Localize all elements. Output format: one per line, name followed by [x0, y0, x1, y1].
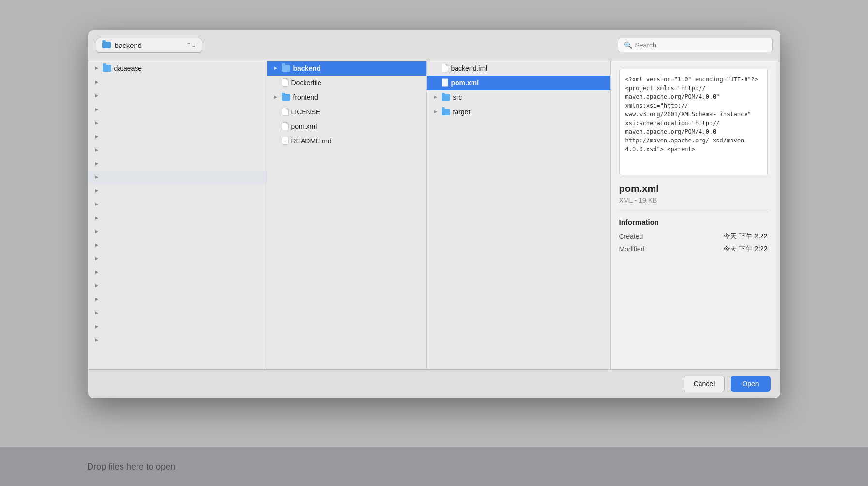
folder-icon: [103, 65, 111, 72]
file-name: README.md: [291, 137, 332, 145]
file-name: pom.xml: [291, 123, 317, 130]
search-icon: 🔍: [624, 41, 632, 49]
list-item[interactable]: LICENSE: [267, 105, 426, 119]
list-item: [88, 171, 267, 184]
drop-zone[interactable]: Drop files here to open: [0, 447, 868, 486]
chevron-right-icon: [94, 93, 100, 99]
bottom-bar: Cancel Open: [88, 369, 780, 398]
chevron-right-icon: [94, 188, 100, 194]
chevron-right-icon: [94, 65, 100, 71]
chevron-right-icon: [94, 337, 100, 343]
chevron-right-icon: [94, 256, 100, 262]
search-input[interactable]: [635, 41, 756, 49]
folder-icon: [282, 94, 290, 101]
list-item[interactable]: backend: [267, 61, 426, 76]
xml-file-icon: [442, 78, 448, 87]
column-panel-1: dataease: [88, 61, 267, 369]
list-item: [88, 157, 267, 171]
chevron-right-icon: [94, 215, 100, 221]
list-item[interactable]: pom.xml: [427, 76, 610, 90]
column-panel-2: backend Dockerfile frontend LICENSE: [267, 61, 427, 369]
chevron-right-icon: [94, 297, 100, 302]
chevron-right-icon: [94, 324, 100, 329]
list-item: [88, 116, 267, 130]
preview-modified-label: Modified: [619, 245, 645, 253]
file-name: backend: [293, 64, 321, 72]
cancel-button[interactable]: Cancel: [684, 376, 725, 392]
chevron-right-icon: [94, 283, 100, 289]
chevron-right-icon: [273, 65, 279, 71]
list-item[interactable]: dataease: [88, 61, 267, 76]
list-item: [88, 279, 267, 293]
list-item: [88, 130, 267, 143]
list-item: [88, 225, 267, 238]
folder-icon: [442, 94, 450, 101]
chevron-right-icon: [94, 242, 100, 248]
file-icon: ↓: [282, 137, 289, 145]
preview-created-label: Created: [619, 233, 643, 240]
chevron-updown-icon: ⌃⌄: [186, 42, 196, 48]
preview-modified-row: Modified 今天 下午 2:22: [611, 243, 776, 255]
preview-modified-value: 今天 下午 2:22: [723, 245, 767, 253]
toolbar: backend ⌃⌄ 🔍: [88, 30, 780, 61]
file-name: pom.xml: [451, 79, 479, 87]
file-icon: [442, 64, 448, 72]
preview-filename: pom.xml: [611, 183, 776, 196]
file-name: Dockerfile: [291, 79, 321, 87]
list-item: [88, 333, 267, 347]
preview-created-row: Created 今天 下午 2:22: [611, 230, 776, 243]
file-icon: [282, 78, 289, 87]
chevron-right-icon: [94, 202, 100, 207]
chevron-right-icon: [94, 229, 100, 235]
chevron-right-icon: [433, 109, 439, 115]
folder-selector-label: backend: [115, 41, 183, 49]
open-button[interactable]: Open: [731, 376, 770, 392]
chevron-right-icon: [94, 269, 100, 275]
chevron-right-icon: [94, 120, 100, 126]
chevron-right-icon: [94, 79, 100, 85]
file-name: LICENSE: [291, 108, 320, 116]
list-item: [88, 238, 267, 252]
column-panel-3: backend.iml pom.xml src target: [427, 61, 611, 369]
file-icon: [282, 108, 289, 116]
list-item: [88, 252, 267, 266]
chevron-right-icon: [94, 310, 100, 316]
file-open-dialog: backend ⌃⌄ 🔍 dataease: [88, 30, 780, 398]
list-item: [88, 103, 267, 116]
list-item: [88, 76, 267, 89]
list-item[interactable]: target: [427, 105, 610, 119]
file-browser-content: dataease: [88, 61, 780, 369]
list-item[interactable]: pom.xml: [267, 119, 426, 134]
folder-selector[interactable]: backend ⌃⌄: [96, 38, 202, 53]
list-item: [88, 198, 267, 211]
file-name: target: [453, 108, 471, 116]
chevron-right-icon: [94, 107, 100, 112]
chevron-right-icon: [94, 174, 100, 180]
file-name: src: [453, 94, 462, 101]
chevron-right-icon: [94, 134, 100, 140]
list-item[interactable]: src: [427, 90, 610, 105]
folder-icon: [442, 109, 450, 115]
list-item[interactable]: Dockerfile: [267, 76, 426, 90]
chevron-right-icon: [433, 94, 439, 100]
chevron-right-icon: [273, 94, 279, 100]
folder-icon: [282, 65, 290, 72]
list-item[interactable]: backend.iml: [427, 61, 610, 76]
preview-code: <?xml version="1.0" encoding="UTF-8"?> <…: [619, 69, 768, 175]
folder-icon: [102, 42, 111, 48]
list-item: [88, 266, 267, 279]
list-item: [88, 320, 267, 333]
preview-created-value: 今天 下午 2:22: [723, 232, 767, 241]
list-item: [88, 143, 267, 157]
list-item: [88, 306, 267, 320]
list-item[interactable]: frontend: [267, 90, 426, 105]
search-box[interactable]: 🔍: [618, 38, 773, 52]
preview-section-title: Information: [611, 212, 776, 230]
preview-filetype: XML - 19 KB: [611, 196, 776, 212]
list-item: [88, 211, 267, 225]
chevron-right-icon: [94, 161, 100, 167]
dialog-overlay: Drop files here to open backend ⌃⌄ 🔍: [0, 0, 868, 486]
list-item: [88, 89, 267, 103]
drop-zone-text: Drop files here to open: [87, 462, 175, 472]
list-item[interactable]: ↓ README.md: [267, 134, 426, 148]
